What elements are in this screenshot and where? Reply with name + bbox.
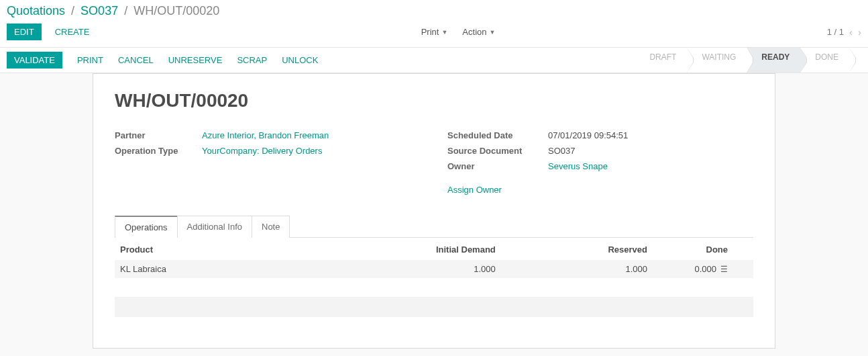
optype-label: Operation Type (115, 146, 202, 156)
caret-down-icon: ▼ (441, 29, 447, 36)
action-label: Action (462, 27, 486, 37)
col-initial: Initial Demand (288, 238, 501, 260)
breadcrumb-root[interactable]: Quotations (7, 4, 65, 17)
scrap-button[interactable]: SCRAP (237, 55, 267, 65)
cancel-button[interactable]: CANCEL (118, 55, 154, 65)
action-dropdown[interactable]: Action ▼ (462, 27, 495, 37)
operations-table: Product Initial Demand Reserved Done KL … (115, 238, 753, 278)
status-draft[interactable]: DRAFT (635, 48, 687, 73)
sched-value: 07/01/2019 09:54:51 (548, 130, 753, 140)
create-button[interactable]: CREATE (55, 27, 90, 37)
tab-operations[interactable]: Operations (115, 216, 178, 238)
breadcrumb-sep: / (71, 4, 74, 17)
owner-label: Owner (447, 161, 548, 171)
form-sheet: WH/OUT/00020 Partner Azure Interior, Bra… (93, 73, 775, 349)
list-icon[interactable]: ☰ (720, 265, 728, 274)
print-button[interactable]: PRINT (77, 55, 103, 65)
footer-strip (115, 297, 753, 317)
cell-initial: 1.000 (288, 260, 501, 278)
caret-down-icon: ▼ (489, 29, 495, 36)
status-ready[interactable]: READY (747, 48, 800, 73)
toolbar: VALIDATE PRINT CANCEL UNRESERVE SCRAP UN… (0, 48, 868, 73)
pager-text: 1 / 1 (827, 27, 844, 37)
cell-reserved: 1.000 (501, 260, 653, 278)
control-bar: EDIT CREATE Print ▼ Action ▼ 1 / 1 ‹ › (0, 19, 868, 48)
status-waiting[interactable]: WAITING (687, 48, 747, 73)
breadcrumb-sep: / (124, 4, 127, 17)
owner-link[interactable]: Severus Snape (548, 161, 608, 171)
unreserve-button[interactable]: UNRESERVE (168, 55, 223, 65)
breadcrumb-current: WH/OUT/00020 (133, 4, 219, 17)
source-label: Source Document (447, 146, 548, 156)
source-value: SO037 (548, 146, 753, 156)
edit-button[interactable]: EDIT (7, 24, 42, 40)
sched-label: Scheduled Date (447, 130, 548, 140)
assign-owner-link[interactable]: Assign Owner (447, 185, 502, 195)
pager-prev[interactable]: ‹ (849, 26, 853, 38)
page-title: WH/OUT/00020 (115, 90, 753, 112)
cell-done: 0.000☰ (653, 260, 733, 278)
breadcrumb: Quotations / SO037 / WH/OUT/00020 (0, 0, 868, 19)
partner-label: Partner (115, 130, 202, 140)
status-done[interactable]: DONE (800, 48, 849, 73)
validate-button[interactable]: VALIDATE (7, 52, 62, 69)
col-done: Done (653, 238, 733, 260)
tabs: Operations Additional Info Note (115, 215, 753, 238)
print-dropdown[interactable]: Print ▼ (421, 27, 448, 37)
table-row[interactable]: KL Labraica 1.000 1.000 0.000☰ (115, 260, 753, 278)
col-product: Product (115, 238, 288, 260)
tab-note[interactable]: Note (252, 216, 290, 238)
cell-product: KL Labraica (115, 260, 288, 278)
breadcrumb-parent[interactable]: SO037 (80, 4, 118, 17)
partner-link[interactable]: Azure Interior, Brandon Freeman (202, 130, 329, 140)
col-actions (733, 238, 753, 260)
tab-additional-info[interactable]: Additional Info (177, 216, 252, 238)
pager-next[interactable]: › (858, 26, 861, 38)
unlock-button[interactable]: UNLOCK (282, 55, 318, 65)
status-bar: DRAFT WAITING READY DONE (635, 48, 868, 73)
col-reserved: Reserved (501, 238, 653, 260)
print-label: Print (421, 27, 439, 37)
optype-link[interactable]: YourCompany: Delivery Orders (202, 146, 322, 156)
